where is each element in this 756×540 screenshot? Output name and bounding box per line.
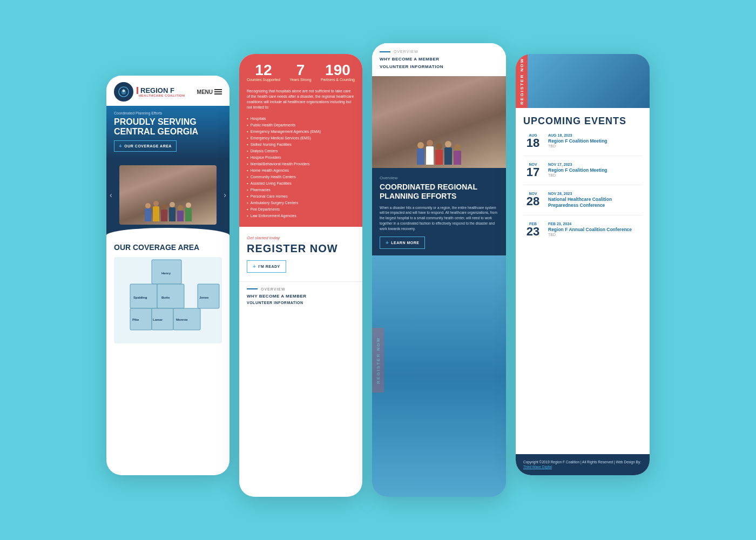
event-item: AUG 18 AUG 18, 2023 Region F Coalition M…	[523, 133, 642, 156]
stat-partners-label: Partners & Counting	[321, 78, 355, 82]
footer-link[interactable]: Third Wave Digital	[523, 465, 552, 469]
p1-hero: Coordinated Planning Efforts PROUDLY SER…	[106, 106, 230, 160]
learn-btn-label: LEARN MORE	[391, 241, 419, 245]
stat-years-num: 7	[289, 63, 311, 78]
stat-counties-num: 12	[247, 63, 280, 78]
nav-dash-icon	[247, 288, 258, 289]
list-item: Assisted Living Facilities	[247, 180, 355, 187]
list-item: Skilled Nursing Facilities	[247, 141, 355, 148]
coordinated-label: Coordinated Planning Efforts	[114, 111, 222, 115]
hero-title: PROUDLY SERVING CENTRAL GEORGIA	[114, 117, 222, 136]
event-full-date: NOV 28, 2023	[548, 192, 642, 195]
p4-register-tab[interactable]: REGISTER NOW	[516, 54, 528, 108]
coverage-area-button[interactable]: OUR COVERAGE AREA	[114, 140, 177, 152]
get-started-label: Get started today	[247, 235, 355, 240]
menu-label: MENU	[197, 89, 213, 95]
p3-content: Overview COORDINATED REGIONAL PLANNING E…	[372, 168, 506, 255]
logo-text: REGION F HEALTHCARE COALITION	[137, 87, 185, 97]
p2-footer-nav: OVERVIEW WHY BECOME A MEMBER VOLUNTEER I…	[239, 281, 362, 310]
learn-more-button[interactable]: LEARN MORE	[380, 237, 425, 249]
p3-nav-member[interactable]: WHY BECOME A MEMBER	[380, 57, 498, 62]
event-item: NOV 17 NOV 17, 2023 Region F Coalition M…	[523, 163, 642, 185]
svg-text:Henry: Henry	[161, 272, 171, 275]
list-item: Emergency Management Agencies (EMA)	[247, 129, 355, 135]
p3-hero-image	[372, 76, 506, 168]
event-info: FEB 23, 2024 Region F Annual Coalition C…	[548, 222, 632, 238]
event-full-date: FEB 23, 2024	[548, 222, 632, 226]
p4-header-image: REGISTER NOW	[516, 54, 650, 108]
list-item: Law Enforcement Agencies	[247, 213, 355, 219]
p4-upcoming-section: UPCOMING EVENTS AUG 18 AUG 18, 2023 Regi…	[516, 108, 650, 454]
event-title: Region F Coalition Meeting	[548, 167, 608, 173]
p3-overview-label[interactable]: OVERVIEW	[394, 50, 418, 53]
p4-footer: Copyright ©2019 Region F Coalition | All…	[516, 454, 650, 476]
carousel-image	[119, 165, 217, 225]
stat-years-label: Years Strong	[289, 78, 311, 82]
register-title: REGISTER NOW	[247, 242, 355, 255]
event-day: 17	[526, 166, 539, 178]
coverage-map: Henry Spalding Butts Pike Lamar Monroe J…	[114, 257, 222, 343]
list-item: Ambulatory Surgery Centers	[247, 200, 355, 206]
event-title: Region F Annual Coalition Conference	[548, 227, 632, 233]
p3-overview-line: OVERVIEW	[380, 50, 498, 53]
event-day: 28	[526, 195, 539, 207]
region-label: REGION F	[137, 87, 185, 94]
p4-register-label: REGISTER NOW	[519, 58, 524, 105]
event-tbd: TBD	[548, 173, 608, 177]
list-item: Personal Care Homes	[247, 193, 355, 200]
phone-1: REGION F HEALTHCARE COALITION MENU Coord…	[106, 76, 230, 475]
list-item: Community Health Centers	[247, 174, 355, 180]
event-tbd: TBD	[548, 144, 608, 148]
carousel-prev-button[interactable]: ‹	[106, 191, 116, 199]
event-info: NOV 17, 2023 Region F Coalition Meeting …	[548, 163, 608, 178]
logo-circle-icon	[114, 82, 133, 102]
svg-text:Jones: Jones	[199, 296, 209, 299]
nav-overview[interactable]: OVERVIEW	[261, 287, 286, 291]
phone-4: REGISTER NOW UPCOMING EVENTS AUG 18 AUG …	[516, 54, 650, 475]
p2-stats-section: 12 Counties Supported 7 Years Strong 190…	[239, 54, 362, 227]
nav-overview-line: OVERVIEW	[247, 287, 355, 291]
svg-text:Monroe: Monroe	[176, 318, 188, 321]
list-item: Dialysis Centers	[247, 148, 355, 154]
event-day: 23	[526, 226, 539, 238]
stats-row: 12 Counties Supported 7 Years Strong 190…	[247, 63, 355, 82]
event-date-feb23: FEB 23	[523, 222, 543, 238]
p3-overview-label-text: Overview	[380, 176, 498, 180]
phone-2: 12 Counties Supported 7 Years Strong 190…	[239, 54, 362, 497]
stat-counties: 12 Counties Supported	[247, 63, 280, 82]
p1-carousel: ‹ ›	[106, 160, 230, 228]
p2-register-section: Get started today REGISTER NOW I'M READY	[239, 227, 362, 281]
p1-header: REGION F HEALTHCARE COALITION MENU	[106, 76, 230, 106]
list-item: Fire Departments	[247, 206, 355, 213]
event-info: AUG 18, 2023 Region F Coalition Meeting …	[548, 133, 608, 149]
event-info: NOV 28, 2023 National Healthcare Coaliti…	[548, 192, 642, 208]
stat-partners: 190 Partners & Counting	[321, 63, 355, 82]
event-date-nov17: NOV 17	[523, 163, 543, 178]
phones-container: REGION F HEALTHCARE COALITION MENU Coord…	[85, 11, 671, 529]
list-item: Pharmacies	[247, 187, 355, 193]
list-item: Public Health Departments	[247, 122, 355, 129]
menu-button[interactable]: MENU	[197, 89, 222, 95]
p1-coverage-section: OUR COVERAGE AREA Henry Spalding Butts P…	[106, 235, 230, 349]
nav-dash-icon	[380, 51, 390, 52]
event-title: Region F Coalition Meeting	[548, 138, 608, 144]
list-item: Hospice Providers	[247, 154, 355, 161]
svg-text:Butts: Butts	[161, 296, 170, 299]
list-item: Home Health Agencies	[247, 167, 355, 174]
p3-content-title: COORDINATED REGIONAL PLANNING EFFORTS	[380, 183, 498, 201]
tagline-label: HEALTHCARE COALITION	[137, 94, 185, 97]
event-title: National Healthcare Coalition Preparedne…	[548, 197, 642, 208]
p3-nav-volunteer[interactable]: VOLUNTEER INFORMATION	[380, 64, 498, 69]
ready-btn-label: I'M READY	[258, 265, 280, 268]
carousel-next-button[interactable]: ›	[220, 191, 230, 199]
im-ready-button[interactable]: I'M READY	[247, 260, 286, 273]
list-item: Emergency Medical Services (EMS)	[247, 135, 355, 141]
svg-text:Pike: Pike	[132, 318, 139, 321]
hamburger-icon	[214, 89, 222, 94]
nav-volunteer[interactable]: VOLUNTEER INFORMATION	[247, 301, 355, 305]
svg-point-1	[123, 90, 125, 92]
coverage-section-title: OUR COVERAGE AREA	[114, 243, 222, 252]
nav-member[interactable]: WHY BECOME A MEMBER	[247, 294, 355, 299]
stat-partners-num: 190	[321, 63, 355, 78]
p2-organizations-list: Hospitals Public Health Departments Emer…	[247, 116, 355, 219]
